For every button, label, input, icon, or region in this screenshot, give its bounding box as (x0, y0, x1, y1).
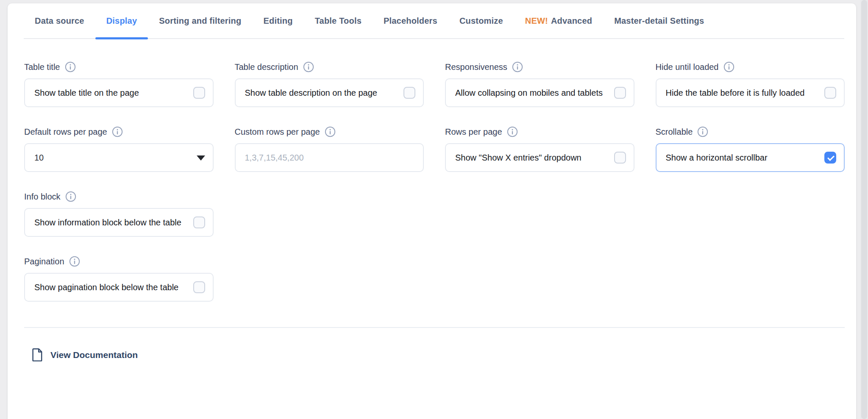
field-label: Responsiveness (445, 62, 507, 72)
info-circle-icon[interactable] (69, 256, 80, 267)
document-icon (32, 348, 43, 361)
footer: View Documentation (8, 328, 856, 361)
scrollable-toggle-card[interactable]: Show a horizontal scrollbar (656, 143, 845, 172)
tab-editing[interactable]: Editing (252, 3, 303, 38)
tab-label: Table Tools (315, 16, 362, 26)
info-circle-icon[interactable] (697, 126, 708, 137)
rows-per-page-toggle-card[interactable]: Show "Show X entries" dropdown (445, 143, 634, 172)
new-badge: NEW! (525, 16, 548, 26)
tab-table-tools[interactable]: Table Tools (304, 3, 373, 38)
info-circle-icon[interactable] (507, 126, 518, 137)
field-responsiveness: Responsiveness Allow collapsing on mobil… (445, 61, 634, 107)
toggle-text: Show a horizontal scrollbar (666, 150, 818, 165)
info-circle-icon[interactable] (65, 191, 76, 202)
tab-customize[interactable]: Customize (448, 3, 514, 38)
table-description-toggle-card[interactable]: Show table description on the page (235, 78, 424, 107)
toggle-text: Show pagination block below the table (34, 280, 186, 294)
field-label: Info block (24, 192, 61, 202)
field-table-title: Table title Show table title on the page (24, 61, 214, 107)
field-label: Scrollable (656, 127, 693, 137)
tab-label: Customize (459, 16, 503, 26)
tab-sorting-and-filtering[interactable]: Sorting and filtering (148, 3, 252, 38)
rows-per-page-checkbox[interactable] (614, 152, 626, 164)
view-documentation-link[interactable]: View Documentation (32, 348, 138, 361)
hide-until-loaded-checkbox[interactable] (824, 87, 836, 99)
tab-data-source[interactable]: Data source (24, 3, 95, 38)
scrollable-checkbox[interactable] (824, 152, 836, 164)
tab-label: Placeholders (384, 16, 437, 26)
default-rows-per-page-select[interactable]: 10 (24, 143, 214, 172)
tab-advanced[interactable]: NEW!Advanced (514, 3, 603, 38)
field-rows-per-page: Rows per page Show "Show X entries" drop… (445, 126, 634, 172)
hide-until-loaded-toggle-card[interactable]: Hide the table before it is fully loaded (656, 78, 845, 107)
info-block-toggle-card[interactable]: Show information block below the table (24, 208, 214, 237)
info-block-checkbox[interactable] (193, 216, 205, 228)
tab-label: Master-detail Settings (614, 16, 704, 26)
field-scrollable: Scrollable Show a horizontal scrollbar (656, 126, 845, 172)
pagination-checkbox[interactable] (193, 281, 205, 293)
tab-display[interactable]: Display (95, 3, 148, 38)
field-default-rows-per-page: Default rows per page 10 (24, 126, 214, 172)
scrollbar-thumb[interactable] (861, 0, 867, 419)
field-label: Default rows per page (24, 127, 107, 137)
field-label: Rows per page (445, 127, 502, 137)
field-hide-until-loaded: Hide until loaded Hide the table before … (656, 61, 845, 107)
settings-panel: Data source Display Sorting and filterin… (8, 3, 856, 419)
info-circle-icon[interactable] (512, 61, 523, 72)
field-label: Hide until loaded (656, 62, 719, 72)
toggle-text: Show "Show X entries" dropdown (455, 150, 607, 165)
toggle-text: Allow collapsing on mobiles and tablets (455, 86, 607, 100)
custom-rows-per-page-input[interactable] (235, 143, 424, 172)
table-title-toggle-card[interactable]: Show table title on the page (24, 78, 214, 107)
settings-tab-bar: Data source Display Sorting and filterin… (24, 3, 844, 39)
tab-master-detail-settings[interactable]: Master-detail Settings (603, 3, 715, 38)
tab-label: Data source (35, 16, 84, 26)
info-circle-icon[interactable] (65, 61, 76, 72)
info-circle-icon[interactable] (112, 126, 123, 137)
pagination-toggle-card[interactable]: Show pagination block below the table (24, 273, 214, 302)
toggle-text: Show table description on the page (245, 86, 397, 100)
toggle-text: Hide the table before it is fully loaded (666, 86, 818, 100)
toggle-text: Show table title on the page (34, 86, 186, 100)
tab-placeholders[interactable]: Placeholders (373, 3, 448, 38)
field-custom-rows-per-page: Custom rows per page (235, 126, 424, 172)
responsiveness-checkbox[interactable] (614, 87, 626, 99)
field-label: Custom rows per page (235, 127, 320, 137)
field-label: Table description (235, 62, 298, 72)
info-circle-icon[interactable] (325, 126, 336, 137)
tab-label: Editing (263, 16, 292, 26)
field-table-description: Table description Show table description… (235, 61, 424, 107)
field-label: Pagination (24, 257, 64, 266)
info-circle-icon[interactable] (303, 61, 314, 72)
display-settings-content: Table title Show table title on the page… (8, 39, 856, 302)
field-label: Table title (24, 62, 60, 72)
chevron-down-caret-icon (197, 155, 205, 161)
toggle-text: Show information block below the table (34, 215, 186, 230)
settings-page: Data source Display Sorting and filterin… (0, 0, 868, 419)
tab-label: Advanced (551, 16, 592, 26)
settings-grid: Table title Show table title on the page… (24, 61, 845, 302)
table-title-checkbox[interactable] (193, 87, 205, 99)
tab-label: Display (106, 16, 137, 26)
field-info-block: Info block Show information block below … (24, 191, 214, 237)
view-documentation-label: View Documentation (50, 350, 138, 360)
scrollbar-track (860, 0, 868, 419)
tab-label: Sorting and filtering (159, 16, 241, 26)
responsiveness-toggle-card[interactable]: Allow collapsing on mobiles and tablets (445, 78, 634, 107)
info-circle-icon[interactable] (723, 61, 734, 72)
table-description-checkbox[interactable] (403, 87, 415, 99)
select-value: 10 (34, 153, 44, 163)
field-pagination: Pagination Show pagination block below t… (24, 255, 214, 302)
